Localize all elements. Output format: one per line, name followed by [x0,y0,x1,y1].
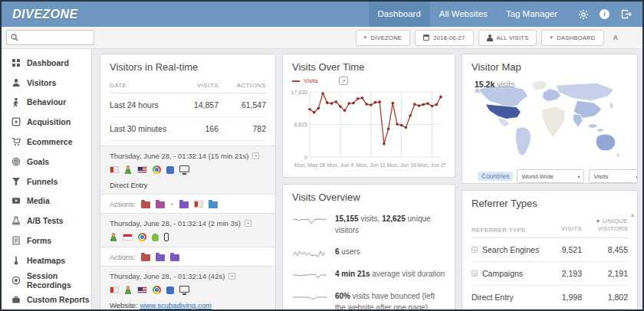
referrers-table-header: REFERRER TYPE VISITS ▼ UNIQUE VISITORS [472,214,628,238]
folder-blue-icon[interactable] [209,201,218,208]
nav-dashboard[interactable]: Dashboard [369,2,430,27]
date-range-button[interactable]: 2018-06-27 [415,30,473,46]
folder-red-icon[interactable] [141,201,150,208]
chevron-down-icon: ▾ [550,34,553,41]
site-selector-button[interactable]: ▾ DIVEZONE [356,30,411,46]
folder-purple-icon[interactable] [156,254,165,261]
visits-over-time-widget: Visits Over Time Visits ↗ 17,6308,8150Mo… [282,54,455,178]
visitor-icon [124,165,132,174]
overview-stat: 15,155 visits, 12,625 unique visitors [283,208,455,241]
sidebar-item-ab-tests[interactable]: A/B Tests [2,211,91,231]
column-unique-visitors[interactable]: ▼ UNIQUE VISITORS [582,218,628,234]
info-icon[interactable]: i [599,8,610,20]
legend-label: Visits [304,77,318,84]
nav-all-websites[interactable]: All Websites [430,2,497,27]
expand-visit-icon[interactable]: + [228,273,235,280]
widget-title: Referrer Types [462,191,637,214]
top-bar: DIVEZONE Dashboard All Websites Tag Mana… [2,2,642,27]
visits-over-time-chart[interactable]: 17,6308,8150Mon, May 28Mon, Jun 4Mon, Ju… [289,87,445,172]
os-icon [166,166,174,174]
chrome-icon [153,286,161,294]
sidebar-item-ecommerce[interactable]: Ecommerce [2,132,91,152]
visitors-icon [487,38,493,41]
sidebar-item-custom-reports[interactable]: Custom Reports [2,290,91,310]
folder-purple-icon[interactable] [179,201,189,208]
scroll-up-icon[interactable]: ▲ [629,211,636,218]
widget-title: Visitor Map [462,54,637,78]
svg-text:Mon, Jun 25: Mon, Jun 25 [417,162,445,168]
expand-visit-icon[interactable]: + [245,220,251,227]
chrome-icon [153,165,161,174]
sidebar: Dashboard Visitors Behaviour Acquisition… [2,49,92,311]
visitors-realtime-widget: Visitors in Real-time DATE VISITS ACTION… [100,54,276,311]
column-referrer-type[interactable]: REFERRER TYPE [472,227,544,234]
table-row: Last 24 hours 14,857 61,547 [110,93,266,117]
table-row: Direct Entry 1,998 1,802 [472,286,628,309]
os-icon [166,286,174,294]
gear-icon[interactable] [577,8,589,20]
visitors-icon [12,78,21,87]
realtime-table-header: DATE VISITS ACTIONS [110,78,266,93]
region-select[interactable]: World-Wide▾ [517,169,584,183]
overview-stat: 60% visits have bounced (left the websit… [283,286,455,311]
sidebar-item-visitors[interactable]: Visitors [2,73,91,93]
visitor-map-widget: Visitor Map 15.2k visits [462,54,638,184]
expand-icon[interactable]: + [472,247,478,253]
chrome-icon [138,233,146,241]
widget-title: Visitors in Real-time [100,54,275,78]
visit-time: Thursday, June 28, - 01:32:14 (42s) [110,272,225,280]
segment-selector-button[interactable]: ALL VISITS [478,30,537,46]
website-link[interactable]: www.scubadiving.com [140,301,211,309]
folder-magenta-icon[interactable] [156,201,165,208]
sidebar-item-funnels[interactable]: Funnels [2,172,91,192]
chevron-down-icon: ▾ [364,34,367,41]
toolbar: ▾ DIVEZONE 2018-06-27 ALL VISITS ▾ DASHB… [2,27,642,49]
svg-text:Mon, Jun 4: Mon, Jun 4 [327,162,354,168]
sidebar-item-forms[interactable]: Forms [2,231,91,250]
world-map[interactable] [470,78,628,164]
dashboard-selector-button[interactable]: ▾ DASHBOARD [541,30,603,46]
folder-red-icon[interactable] [141,254,150,261]
countries-search-label[interactable]: Countries [478,172,513,181]
sidebar-item-media[interactable]: Media [2,192,91,211]
search-input[interactable] [21,34,87,41]
overview-stat: 4 min 21s average visit duration [283,264,455,286]
svg-text:Mon, Jun 11: Mon, Jun 11 [356,162,386,168]
signout-icon[interactable] [620,8,632,20]
sidebar-item-dashboard[interactable]: Dashboard [2,53,91,73]
sidebar-item-acquisition[interactable]: Acquisition [2,112,91,132]
goals-target-icon [12,157,21,166]
widget-title: Visits Overview [283,185,455,208]
sparkline [292,248,327,258]
sidebar-item-session-recordings[interactable]: Session Recordings [2,270,91,290]
dashboard-content: Visitors in Real-time DATE VISITS ACTION… [92,49,642,311]
visit-time: Thursday, June 28, - 01:32:14 (2 min 3s) [110,219,241,228]
expand-visit-icon[interactable]: + [252,152,259,159]
widget-title: Visits Over Time [283,54,455,78]
sidebar-item-goals[interactable]: Goals [2,152,91,172]
sidebar-item-behaviour[interactable]: Behaviour [2,93,91,113]
us-flag-icon [137,286,147,293]
website-label: Website: [110,301,138,309]
column-visits[interactable]: VISITS [544,225,582,233]
sparkline [292,270,327,280]
map-footer: Countries World-Wide▾ Visits▾ [462,167,637,184]
export-image-icon[interactable]: ↗ [339,77,348,85]
top-nav: Dashboard All Websites Tag Manager [369,2,567,27]
sidebar-item-heatmaps[interactable]: Heatmaps [2,250,91,270]
calendar-icon [423,34,429,41]
search-box[interactable] [6,30,94,45]
nav-tag-manager[interactable]: Tag Manager [497,2,567,27]
segment-a-icon[interactable]: A [609,34,623,41]
mobile-icon [164,233,169,241]
expand-icon[interactable]: + [472,270,478,277]
folder-purple-icon[interactable] [170,254,179,261]
us-flag-icon [137,166,147,173]
desktop-icon [179,286,189,293]
visit-actions: Actions: [100,247,275,266]
form-icon [12,236,21,245]
map-visits-label: 15.2k visits [475,80,515,89]
svg-text:Mon, May 28: Mon, May 28 [294,162,326,169]
metric-select[interactable]: Visits▾ [589,169,638,183]
flask-icon [12,216,21,225]
